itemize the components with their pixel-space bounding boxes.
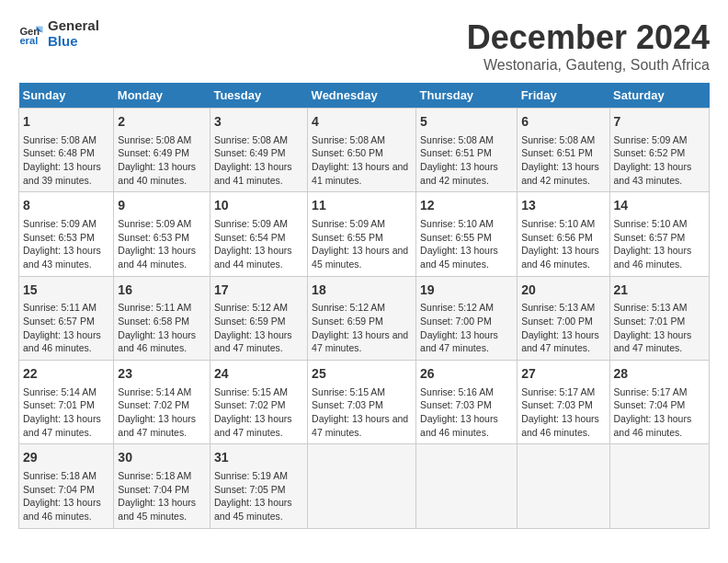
sunset: Sunset: 6:57 PM [614,232,686,243]
calendar-cell [518,444,609,528]
calendar-cell: 29Sunrise: 5:18 AMSunset: 7:04 PMDayligh… [19,444,114,528]
daylight: Daylight: 13 hours and 47 minutes. [614,329,692,354]
day-number: 2 [118,113,206,132]
sunset: Sunset: 7:03 PM [521,399,593,410]
calendar-table: SundayMondayTuesdayWednesdayThursdayFrid… [18,83,710,529]
day-number: 6 [521,113,605,132]
day-number: 14 [614,197,705,215]
day-number: 17 [214,282,303,300]
sunset: Sunset: 6:51 PM [420,147,492,158]
daylight: Daylight: 13 hours and 47 minutes. [23,413,101,438]
sunrise: Sunrise: 5:09 AM [614,134,688,145]
sunrise: Sunrise: 5:18 AM [23,470,97,481]
calendar-cell [416,444,518,528]
calendar-cell: 10Sunrise: 5:09 AMSunset: 6:54 PMDayligh… [210,192,307,276]
week-row-3: 15Sunrise: 5:11 AMSunset: 6:57 PMDayligh… [19,276,710,360]
sunset: Sunset: 6:55 PM [420,232,492,243]
calendar-cell: 6Sunrise: 5:08 AMSunset: 6:51 PMDaylight… [518,109,609,192]
sunrise: Sunrise: 5:08 AM [118,134,191,145]
sunset: Sunset: 7:01 PM [23,399,95,410]
day-number: 20 [521,282,605,300]
sunrise: Sunrise: 5:15 AM [214,386,288,397]
daylight: Daylight: 13 hours and 47 minutes. [214,413,292,438]
day-number: 23 [118,365,206,384]
sunrise: Sunrise: 5:09 AM [312,218,385,229]
daylight: Daylight: 13 hours and 46 minutes. [118,329,196,354]
sunrise: Sunrise: 5:16 AM [420,386,494,397]
calendar-cell: 1Sunrise: 5:08 AMSunset: 6:48 PMDaylight… [19,109,114,192]
day-number: 21 [614,282,705,300]
calendar-cell: 8Sunrise: 5:09 AMSunset: 6:53 PMDaylight… [19,192,114,276]
day-number: 16 [118,282,206,300]
calendar-cell: 18Sunrise: 5:12 AMSunset: 6:59 PMDayligh… [308,276,416,360]
sunrise: Sunrise: 5:19 AM [214,470,288,481]
logo-text: General Blue [48,18,99,49]
sunset: Sunset: 6:57 PM [23,316,95,327]
daylight: Daylight: 13 hours and 46 minutes. [614,245,692,270]
daylight: Daylight: 13 hours and 46 minutes. [23,497,101,522]
sunset: Sunset: 7:00 PM [420,316,492,327]
sunrise: Sunrise: 5:11 AM [118,302,191,313]
calendar-cell: 11Sunrise: 5:09 AMSunset: 6:55 PMDayligh… [308,192,416,276]
calendar-cell: 9Sunrise: 5:09 AMSunset: 6:53 PMDaylight… [114,192,210,276]
day-number: 19 [420,282,513,300]
calendar-cell: 31Sunrise: 5:19 AMSunset: 7:05 PMDayligh… [210,444,307,528]
sunrise: Sunrise: 5:10 AM [420,218,494,229]
sunrise: Sunrise: 5:09 AM [23,218,97,229]
daylight: Daylight: 13 hours and 42 minutes. [420,161,498,186]
calendar-cell: 21Sunrise: 5:13 AMSunset: 7:01 PMDayligh… [609,276,709,360]
calendar-cell: 26Sunrise: 5:16 AMSunset: 7:03 PMDayligh… [416,361,518,444]
sunset: Sunset: 6:52 PM [614,147,686,158]
sunset: Sunset: 6:48 PM [23,147,95,158]
day-number: 18 [312,282,412,300]
sunset: Sunset: 7:03 PM [312,399,383,410]
sunrise: Sunrise: 5:12 AM [312,302,385,313]
daylight: Daylight: 13 hours and 46 minutes. [521,245,599,270]
day-number: 11 [312,197,412,215]
sunset: Sunset: 7:05 PM [214,484,286,495]
day-number: 10 [214,197,303,215]
calendar-cell: 22Sunrise: 5:14 AMSunset: 7:01 PMDayligh… [19,361,114,444]
sunset: Sunset: 7:03 PM [420,399,492,410]
week-row-5: 29Sunrise: 5:18 AMSunset: 7:04 PMDayligh… [19,444,710,528]
calendar-cell: 19Sunrise: 5:12 AMSunset: 7:00 PMDayligh… [416,276,518,360]
day-number: 1 [23,113,109,132]
calendar-cell: 4Sunrise: 5:08 AMSunset: 6:50 PMDaylight… [308,109,416,192]
logo-blue: Blue [48,34,99,50]
calendar-cell: 30Sunrise: 5:18 AMSunset: 7:04 PMDayligh… [114,444,210,528]
calendar-cell: 14Sunrise: 5:10 AMSunset: 6:57 PMDayligh… [609,192,709,276]
week-row-2: 8Sunrise: 5:09 AMSunset: 6:53 PMDaylight… [19,192,710,276]
sunrise: Sunrise: 5:08 AM [23,134,97,145]
calendar-cell: 5Sunrise: 5:08 AMSunset: 6:51 PMDaylight… [416,109,518,192]
sunrise: Sunrise: 5:10 AM [521,218,595,229]
calendar-cell: 23Sunrise: 5:14 AMSunset: 7:02 PMDayligh… [114,361,210,444]
daylight: Daylight: 13 hours and 47 minutes. [118,413,196,438]
calendar-cell: 28Sunrise: 5:17 AMSunset: 7:04 PMDayligh… [609,361,709,444]
column-header-monday: Monday [114,83,210,109]
sunrise: Sunrise: 5:08 AM [420,134,494,145]
day-number: 28 [614,365,705,384]
calendar-cell: 24Sunrise: 5:15 AMSunset: 7:02 PMDayligh… [210,361,307,444]
column-header-sunday: Sunday [19,83,114,109]
calendar-cell: 7Sunrise: 5:09 AMSunset: 6:52 PMDaylight… [609,109,709,192]
day-number: 31 [214,449,303,467]
sunrise: Sunrise: 5:09 AM [214,218,288,229]
sunset: Sunset: 6:53 PM [118,232,189,243]
calendar-cell: 12Sunrise: 5:10 AMSunset: 6:55 PMDayligh… [416,192,518,276]
day-number: 27 [521,365,605,384]
sunrise: Sunrise: 5:11 AM [23,302,97,313]
day-number: 26 [420,365,513,384]
sunset: Sunset: 7:02 PM [214,399,286,410]
sunset: Sunset: 6:58 PM [118,316,189,327]
svg-text:eral: eral [19,35,38,46]
sunset: Sunset: 6:59 PM [214,316,286,327]
page-subtitle: Westonaria, Gauteng, South Africa [467,57,710,74]
calendar-cell: 3Sunrise: 5:08 AMSunset: 6:49 PMDaylight… [210,109,307,192]
day-number: 22 [23,365,109,384]
daylight: Daylight: 13 hours and 43 minutes. [614,161,692,186]
day-number: 4 [312,113,412,132]
day-number: 3 [214,113,303,132]
daylight: Daylight: 13 hours and 45 minutes. [420,245,498,270]
sunrise: Sunrise: 5:13 AM [521,302,595,313]
sunrise: Sunrise: 5:08 AM [214,134,288,145]
